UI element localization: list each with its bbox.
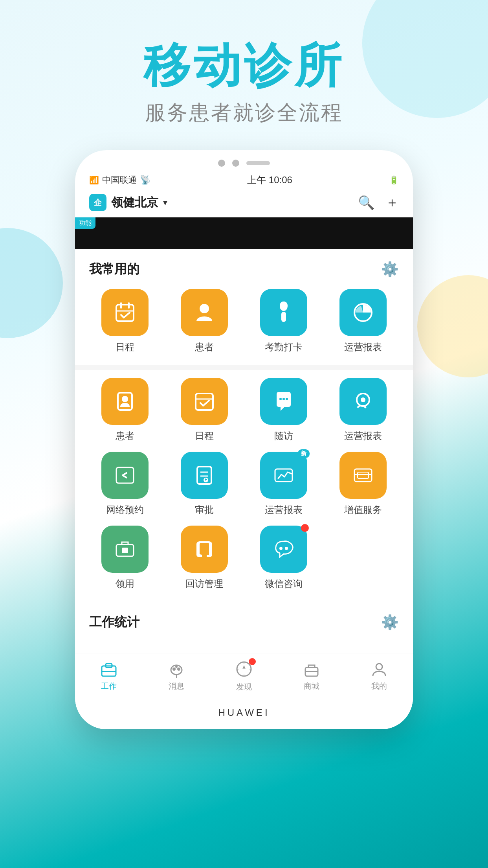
attendance-icon [272, 301, 295, 324]
status-left: 📶 中国联通 📡 [89, 174, 150, 186]
phone-wrapper: 📶 中国联通 📡 上午 10:06 🔋 企 领健北京 ▾ 🔍 ＋ 功能 [0, 150, 488, 729]
phone-home-indicator [246, 161, 270, 165]
huawei-logo: HUAWEI [218, 707, 270, 718]
message-icon [168, 661, 185, 679]
shop-icon [303, 661, 320, 679]
signal-icon: 📶 [89, 175, 99, 185]
icon-item-booking[interactable]: 网络预约 [89, 452, 161, 516]
icon-item-approval[interactable]: 审批 [169, 452, 240, 516]
bottom-navigation: 工作 消息 [75, 653, 413, 700]
bottom-nav-message[interactable]: 消息 [168, 661, 185, 691]
icon-label-wechat: 微信咨询 [265, 577, 303, 590]
supply-icon [113, 537, 137, 561]
search-button[interactable]: 🔍 [358, 195, 374, 210]
svg-point-4 [200, 304, 209, 313]
dot-2 [232, 160, 239, 167]
svg-rect-26 [358, 472, 369, 478]
svg-rect-6 [281, 312, 286, 322]
stats-section-header: 工作统计 ⚙️ [89, 614, 399, 631]
common-icon-grid: 日程 患者 [89, 289, 399, 353]
icon-box-approval [181, 452, 228, 499]
icon-label-report: 运营报表 [344, 341, 382, 353]
icon-box-attendance [260, 289, 307, 336]
svg-marker-47 [242, 665, 246, 669]
bottom-nav-mine-label: 我的 [371, 681, 387, 691]
icon-label-patient2: 患者 [116, 430, 134, 442]
brand-name: 领健北京 [111, 195, 158, 211]
mine-icon [371, 661, 388, 679]
bottom-nav-discover-label: 发现 [236, 682, 252, 692]
svg-point-13 [279, 398, 282, 400]
callback-icon [193, 537, 216, 561]
stats-gear-icon[interactable]: ⚙️ [381, 614, 399, 631]
hero-subtitle: 服务患者就诊全流程 [0, 99, 488, 127]
icon-box-vip [339, 452, 387, 499]
svg-point-42 [237, 662, 251, 676]
icon-item-followup[interactable]: 随访 [248, 378, 319, 442]
phone-mockup: 📶 中国联通 📡 上午 10:06 🔋 企 领健北京 ▾ 🔍 ＋ 功能 [75, 150, 413, 729]
icon-label-attendance: 考勤打卡 [265, 341, 303, 353]
add-button[interactable]: ＋ [385, 193, 399, 211]
status-bar: 📶 中国联通 📡 上午 10:06 🔋 [75, 171, 413, 189]
icon-item-attendance[interactable]: 考勤打卡 [248, 289, 319, 353]
svg-rect-0 [116, 305, 134, 321]
icon-item-schedule[interactable]: 日程 [89, 289, 161, 353]
report2-icon [351, 390, 375, 413]
apps-row-2: 网络预约 审批 [89, 452, 399, 516]
bottom-nav-work[interactable]: 工作 [100, 661, 117, 691]
icon-item-report3[interactable]: 新 运营报表 [248, 452, 319, 516]
icon-box-followup [260, 378, 307, 425]
patient-icon [193, 301, 216, 324]
all-apps-section: 患者 日程 [75, 370, 413, 598]
icon-item-callback[interactable]: 回访管理 [169, 526, 240, 590]
bottom-nav-discover[interactable]: 发现 [235, 660, 253, 692]
chevron-down-icon: ▾ [163, 198, 167, 207]
icon-item-report2[interactable]: 运营报表 [327, 378, 399, 442]
icon-label-schedule2: 日程 [195, 430, 214, 442]
bottom-nav-message-label: 消息 [169, 681, 184, 691]
icon-label-callback: 回访管理 [185, 577, 223, 590]
phone-indicator-dots [75, 150, 413, 171]
icon-label-followup: 随访 [274, 430, 293, 442]
svg-point-14 [283, 398, 285, 400]
bottom-nav-mine[interactable]: 我的 [371, 661, 388, 691]
svg-point-50 [376, 664, 382, 670]
battery-icon: 🔋 [389, 175, 399, 185]
svg-rect-31 [201, 549, 207, 551]
icon-box-schedule [101, 289, 149, 336]
icon-item-patient[interactable]: 患者 [169, 289, 240, 353]
huawei-brand: HUAWEI [75, 700, 413, 729]
work-icon [100, 661, 117, 679]
nav-brand[interactable]: 企 领健北京 ▾ [89, 194, 167, 211]
svg-point-33 [285, 547, 288, 550]
new-badge: 新 [298, 449, 310, 458]
stats-section-title: 工作统计 [89, 614, 139, 631]
promo-banner: 功能 [75, 217, 413, 249]
icon-item-patient2[interactable]: 患者 [89, 378, 161, 442]
common-gear-icon[interactable]: ⚙️ [381, 261, 399, 278]
icon-item-schedule2[interactable]: 日程 [169, 378, 240, 442]
hero-title: 移动诊所 [0, 39, 488, 91]
icon-box-booking [101, 452, 149, 499]
red-dot-badge [301, 524, 309, 532]
icon-item-supply[interactable]: 领用 [89, 526, 161, 590]
hero-section: 移动诊所 服务患者就诊全流程 [0, 0, 488, 127]
icon-box-schedule2 [181, 378, 228, 425]
icon-box-supply [101, 526, 149, 573]
common-section: 我常用的 ⚙️ 日程 [75, 249, 413, 365]
icon-label-patient: 患者 [195, 341, 214, 353]
svg-rect-25 [354, 469, 372, 482]
icon-item-wechat[interactable]: 微信咨询 [248, 526, 319, 590]
svg-rect-24 [275, 469, 292, 482]
svg-rect-30 [201, 546, 207, 548]
common-section-title: 我常用的 [89, 261, 139, 278]
svg-rect-11 [196, 394, 213, 410]
icon-label-report3: 运营报表 [265, 504, 303, 516]
svg-point-39 [175, 666, 178, 668]
schedule2-icon [193, 390, 216, 413]
icon-item-report[interactable]: 运营报表 [327, 289, 399, 353]
icon-item-vip[interactable]: 增值服务 [327, 452, 399, 516]
bottom-nav-shop[interactable]: 商城 [303, 661, 320, 691]
approval-icon [193, 463, 216, 487]
wifi-icon: 📡 [140, 175, 150, 185]
